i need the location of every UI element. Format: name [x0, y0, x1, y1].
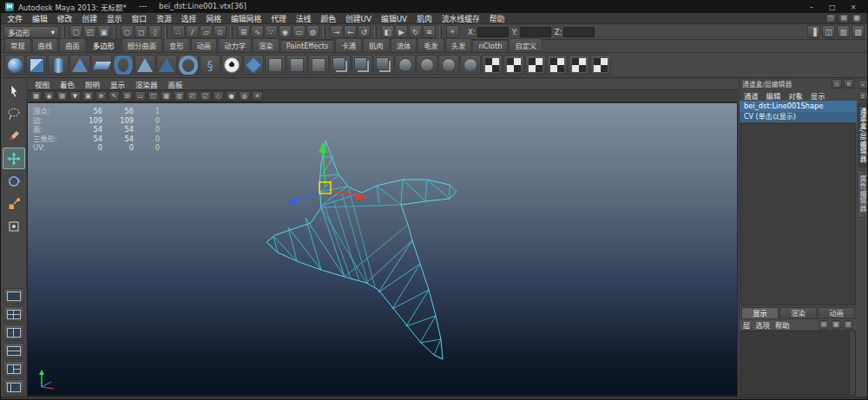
toggle-toolbox-icon[interactable]: ◫ — [825, 14, 836, 23]
safe-title-icon[interactable]: ◱ — [200, 91, 211, 102]
channel-box-menu-item[interactable]: 通道 — [744, 90, 759, 101]
menu-item[interactable]: 肌肉 — [412, 13, 437, 24]
shelf-tab[interactable]: 动画 — [191, 38, 218, 52]
menu-item[interactable]: 颜色 — [316, 13, 341, 24]
collapse-sidebar-icon[interactable]: » — [858, 80, 868, 89]
poly-cone-icon[interactable] — [69, 55, 90, 75]
bookmark-icon[interactable]: ▼ — [69, 91, 81, 102]
statusline-separator[interactable] — [322, 26, 327, 38]
quadrangulate-icon[interactable] — [460, 55, 481, 75]
layer-options-menu[interactable]: 选项 — [755, 319, 770, 330]
move-tool[interactable] — [3, 148, 25, 169]
poly-pyramid-icon[interactable] — [156, 55, 177, 75]
lasso-tool[interactable] — [3, 102, 25, 124]
channel-list-empty[interactable] — [740, 123, 856, 305]
poly-plane-icon[interactable] — [91, 55, 112, 75]
shelf-tab[interactable]: nCloth — [472, 40, 508, 52]
panel-menu-item[interactable]: 显示 — [105, 79, 130, 89]
layer-editor-tab[interactable]: 动画 — [818, 307, 855, 318]
layout-two-stacked-button[interactable] — [3, 343, 24, 359]
manipulator-y-arrowhead[interactable] — [319, 141, 327, 153]
panel-menu-item[interactable]: 面板 — [163, 79, 188, 89]
uv-editor-icon[interactable] — [569, 55, 589, 75]
layer-editor-tab[interactable]: 显示 — [741, 307, 779, 318]
smooth-icon[interactable] — [395, 55, 416, 75]
toggle-tool-settings-icon[interactable]: ◫ — [822, 25, 835, 38]
make-live-icon[interactable]: ◍ — [306, 25, 319, 38]
sidebar-menu-icon[interactable]: ≡ — [858, 91, 868, 101]
layout-three-pane-button[interactable] — [3, 361, 24, 377]
2d-pan-zoom-icon[interactable]: ⊕ — [95, 91, 107, 102]
boolean-intersection-icon[interactable] — [373, 55, 394, 75]
pin-channel-box-icon[interactable]: ◎ — [832, 79, 842, 89]
menu-item[interactable]: 网格 — [201, 13, 227, 24]
select-hierarchy-icon[interactable]: ○ — [121, 25, 134, 38]
menu-item[interactable]: 窗口 — [127, 13, 152, 24]
menu-item[interactable]: 流水线缓存 — [437, 13, 484, 24]
poly-cylinder-icon[interactable] — [48, 55, 69, 75]
menu-set-selector[interactable]: 多边形 ▾ — [3, 26, 59, 38]
layer-help-menu[interactable]: 帮助 — [775, 319, 790, 330]
menu-item[interactable]: 帮助 — [484, 13, 510, 24]
shelf-tab[interactable]: PaintEffects — [280, 40, 335, 52]
select-camera-icon[interactable]: ▦ — [30, 91, 42, 102]
grease-pencil-icon[interactable]: ✎ — [108, 91, 120, 102]
layout-single-pane-button[interactable] — [3, 288, 24, 305]
snap-projected-center-icon[interactable]: ◉ — [279, 25, 292, 38]
shelf-tab[interactable]: 变形 — [163, 38, 190, 52]
select-object-icon[interactable]: ◻ — [135, 25, 148, 38]
manipulator-z-arrowhead[interactable] — [286, 197, 298, 205]
panel-menu-item[interactable]: 着色 — [55, 79, 80, 89]
layout-two-side-button[interactable] — [3, 325, 24, 341]
output-connections-icon[interactable]: ← — [344, 25, 357, 38]
uv-automatic-mapping-icon[interactable] — [547, 55, 568, 75]
mask-points-icon[interactable]: ∴ — [172, 25, 185, 38]
assign-checker-texture-icon[interactable] — [590, 55, 611, 75]
y-field[interactable] — [520, 27, 551, 37]
film-gate-icon[interactable]: ▭ — [135, 91, 146, 102]
render-current-frame-icon[interactable]: ▶ — [395, 25, 408, 38]
menu-item[interactable]: 文件 — [3, 13, 28, 24]
uv-spherical-mapping-icon[interactable] — [525, 55, 546, 75]
shelf-tab[interactable]: 头发 — [445, 38, 472, 52]
shelf-tab[interactable]: 毛发 — [418, 38, 444, 52]
menu-item[interactable]: 选择 — [176, 13, 201, 24]
layout-four-pane-button[interactable] — [3, 306, 24, 323]
boolean-union-icon[interactable] — [330, 55, 351, 75]
select-tool[interactable] — [3, 80, 25, 102]
menu-item[interactable]: 创建 — [77, 13, 102, 24]
maximize-button[interactable]: □ — [823, 2, 842, 12]
shelf-tab[interactable]: 曲面 — [59, 38, 86, 52]
menu-item[interactable]: 修改 — [52, 13, 77, 24]
rotate-tool[interactable] — [3, 170, 25, 192]
poly-sphere-icon[interactable] — [4, 55, 25, 75]
viewport-canvas[interactable]: 顶点: 56 56 1 边: 109 109 0 — [27, 102, 738, 397]
paint-select-tool[interactable] — [3, 125, 25, 147]
open-render-view-icon[interactable]: ◧ — [381, 25, 394, 38]
separate-icon[interactable] — [286, 55, 307, 75]
cv-show-row[interactable]: CV (单击以显示) — [740, 112, 857, 122]
field-chart-icon[interactable]: ▥ — [174, 91, 185, 102]
menu-item[interactable]: 编辑UV — [377, 13, 412, 24]
grid-toggle-icon[interactable]: ⊞ — [122, 91, 133, 102]
x-field[interactable] — [477, 27, 509, 37]
menu-item[interactable]: 编辑 — [28, 13, 53, 24]
toggle-panel-layout-icon[interactable]: ▨ — [852, 25, 865, 38]
shelf-tab[interactable]: 肌肉 — [363, 38, 390, 52]
camera-attributes-icon[interactable]: ▤ — [56, 91, 68, 102]
resolution-gate-icon[interactable]: ◫ — [148, 91, 159, 102]
statusline-separator[interactable] — [164, 26, 169, 38]
extract-icon[interactable] — [308, 55, 329, 75]
menu-item[interactable]: 法线 — [291, 13, 316, 24]
mask-faces-icon[interactable]: ▱ — [200, 25, 213, 38]
menu-item[interactable]: 编辑网格 — [226, 13, 266, 24]
layout-outliner-persp-button[interactable] — [3, 379, 24, 396]
ipr-render-icon[interactable]: ↻ — [409, 25, 422, 38]
select-component-icon[interactable]: ◊ — [148, 25, 161, 38]
channel-box-options-icon[interactable]: ≡ — [844, 79, 854, 89]
menu-item[interactable]: 资源 — [152, 13, 177, 24]
poly-soccer-ball-icon[interactable] — [221, 55, 242, 75]
snap-curve-icon[interactable]: ∿ — [251, 25, 264, 38]
toggle-channel-box-icon[interactable]: ▥ — [837, 25, 850, 38]
snap-view-plane-icon[interactable]: ▭ — [293, 25, 306, 38]
